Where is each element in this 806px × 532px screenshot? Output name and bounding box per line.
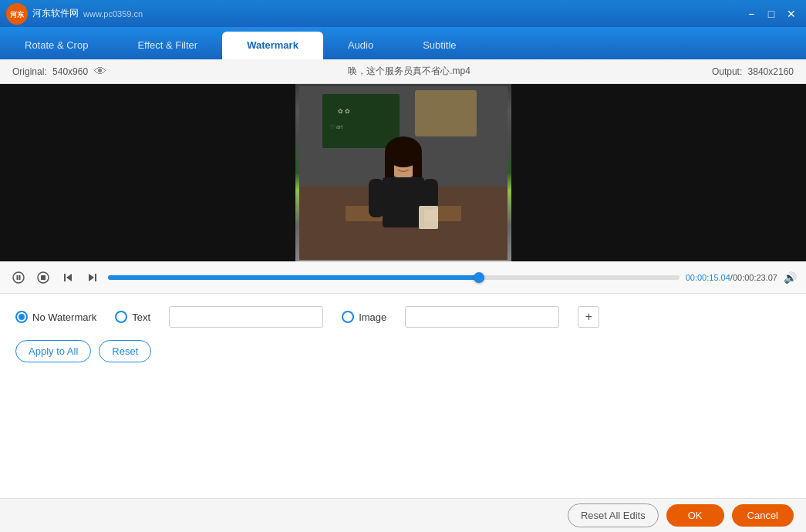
svg-marker-27 [66,274,72,281]
main-content: Original: 540x960 👁 唤，这个服务员真不省心.mp4 Outp… [0,59,806,532]
play-pause-button[interactable] [9,268,28,287]
svg-rect-24 [19,275,21,280]
video-right-black [511,84,807,261]
svg-rect-30 [95,274,96,281]
text-watermark-option[interactable]: Text [115,311,150,323]
stop-button[interactable] [34,268,52,287]
play-pause-icon [12,271,25,284]
eye-icon[interactable]: 👁 [94,65,106,79]
bottom-bar: Reset All Edits OK Cancel [0,498,806,532]
svg-rect-4 [322,94,400,148]
svg-text:河东: 河东 [10,10,25,19]
app-title: 河东软件网 [32,7,79,20]
filename: 唤，这个服务员真不省心.mp4 [348,65,470,78]
progress-bar[interactable] [108,275,680,280]
ok-button[interactable]: OK [666,504,724,527]
svg-text:✿ ✿: ✿ ✿ [338,108,350,115]
text-radio[interactable] [115,311,127,323]
watermark-section: No Watermark Text Image + Apply to All R… [0,294,806,532]
info-left: Original: 540x960 👁 [12,65,106,79]
reset-all-edits-button[interactable]: Reset All Edits [568,503,659,527]
maximize-button[interactable]: □ [763,5,780,22]
next-icon [87,272,98,283]
app-subtitle: www.pc0359.cn [83,9,143,19]
title-bar: 河东 河东软件网 www.pc0359.cn − □ ✕ [0,0,806,27]
prev-button[interactable] [59,268,77,287]
image-path-input[interactable] [405,306,559,328]
video-area: ✿ ✿ ♡ art [0,84,806,261]
svg-rect-19 [419,206,438,229]
tab-rotate[interactable]: Rotate & Crop [0,32,113,59]
svg-point-22 [13,272,24,283]
reset-button[interactable]: Reset [99,340,151,362]
image-radio[interactable] [342,311,354,323]
no-watermark-radio[interactable] [15,311,28,323]
svg-rect-28 [64,274,66,281]
tab-effect[interactable]: Effect & Filter [113,32,222,59]
progress-thumb[interactable] [474,272,484,283]
prev-icon [62,272,73,283]
svg-rect-16 [383,177,424,227]
close-button[interactable]: ✕ [783,5,800,22]
next-button[interactable] [83,268,102,287]
svg-point-21 [406,160,413,164]
volume-icon[interactable]: 🔊 [784,271,797,284]
image-watermark-option[interactable]: Image [342,311,386,323]
progress-filled [108,275,479,280]
tab-bar: Rotate & Crop Effect & Filter Watermark … [0,27,806,59]
svg-point-20 [394,160,400,164]
text-label: Text [132,311,150,323]
svg-rect-7 [415,90,477,136]
text-input[interactable] [169,306,323,328]
time-display: 00:00:15.04/00:00:23.07 [686,273,777,282]
video-left-black [0,84,295,261]
video-svg: ✿ ✿ ♡ art [299,86,508,260]
add-image-button[interactable]: + [578,306,599,328]
info-bar: Original: 540x960 👁 唤，这个服务员真不省心.mp4 Outp… [0,59,806,84]
no-watermark-option[interactable]: No Watermark [15,311,96,323]
logo-icon: 河东 [6,3,28,25]
minimize-button[interactable]: − [743,5,760,22]
svg-rect-26 [41,275,46,280]
svg-marker-29 [89,274,94,281]
svg-rect-23 [17,275,19,280]
app-logo: 河东 河东软件网 www.pc0359.cn [6,3,143,25]
svg-text:♡ art: ♡ art [330,124,342,130]
svg-rect-18 [423,179,438,210]
tab-watermark[interactable]: Watermark [222,32,323,59]
no-watermark-label: No Watermark [32,311,96,323]
stop-icon [37,271,49,284]
original-label: Original: 540x960 [12,66,88,77]
video-frame: ✿ ✿ ♡ art [295,84,511,261]
apply-all-button[interactable]: Apply to All [15,340,91,362]
cancel-button[interactable]: Cancel [732,504,794,527]
output-info: Output: 3840x2160 [712,66,794,77]
watermark-options: No Watermark Text Image + [15,306,791,328]
playback-bar: 00:00:15.04/00:00:23.07 🔊 [0,261,806,294]
video-preview: ✿ ✿ ♡ art [295,84,511,261]
tab-subtitle[interactable]: Subtitle [398,32,481,59]
image-label: Image [359,311,386,323]
tab-audio[interactable]: Audio [323,32,398,59]
svg-rect-17 [369,179,384,217]
window-controls: − □ ✕ [743,5,800,22]
action-row: Apply to All Reset [15,340,791,362]
